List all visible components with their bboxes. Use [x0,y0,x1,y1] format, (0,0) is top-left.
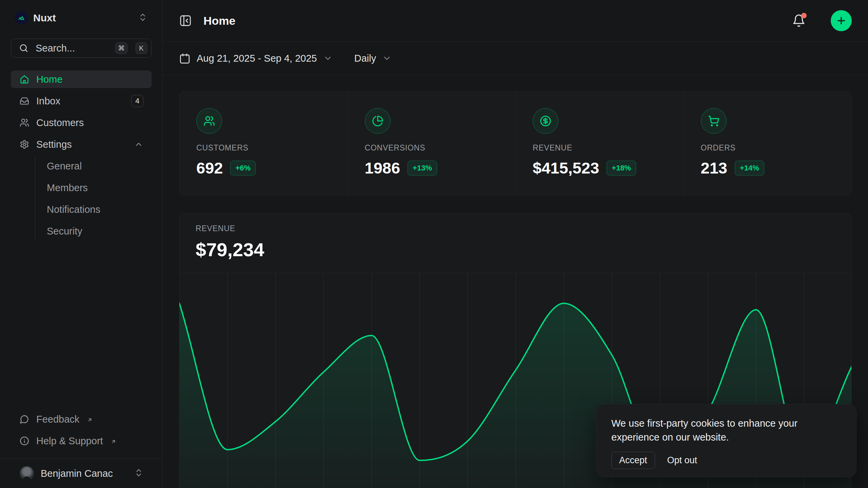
user-name: Benjamin Canac [41,468,127,479]
granularity-label: Daily [354,53,376,64]
search-placeholder: Search... [36,43,107,54]
users-icon [196,108,222,134]
stat-delta-badge: +14% [735,161,764,176]
calendar-icon [179,53,191,64]
sidebar-collapse-icon[interactable] [179,14,192,27]
sidebar-item-label: Home [36,74,62,85]
stat-label: CONVERSIONS [365,143,499,152]
granularity-select[interactable]: Daily [354,53,392,64]
stat-label: ORDERS [701,143,835,152]
revenue-chart-label: REVENUE [196,224,835,233]
help-support-label: Help & Support [36,435,103,447]
sidebar-item-label: Customers [36,117,84,128]
kbd-cmd: ⌘ [115,42,127,54]
sidebar-item-customers[interactable]: Customers [11,114,152,131]
stat-value: 692 [196,159,223,177]
stat-delta-badge: +18% [607,161,636,176]
info-circle-icon [20,436,29,446]
sidebar-footer-links: Feedback Help & Support [11,410,152,454]
notifications-bell-icon[interactable] [792,14,806,27]
external-link-icon [87,414,93,425]
shopping-cart-icon [701,108,727,134]
sidebar-item-label: Inbox [36,96,124,107]
team-name: Nuxt [33,12,133,24]
add-button[interactable] [831,10,852,31]
help-support-link[interactable]: Help & Support [11,432,152,450]
feedback-link[interactable]: Feedback [11,410,152,428]
sidebar-item-notifications[interactable]: Notifications [47,201,152,218]
sidebar-item-inbox[interactable]: Inbox 4 [11,92,152,110]
gear-icon [20,140,29,149]
settings-subnav: General Members Notifications Security [35,157,152,240]
chevron-down-icon [382,54,392,63]
cookie-actions: Accept Opt out [611,452,841,469]
sidebar-item-general[interactable]: General [47,157,152,175]
stat-orders: ORDERS 213 +14% [684,92,852,195]
stat-conversions: CONVERSIONS 1986 +13% [348,92,516,195]
nuxt-logo-icon [15,12,28,24]
date-range-picker[interactable]: Aug 21, 2025 - Sep 4, 2025 [179,53,333,64]
accept-cookies-button[interactable]: Accept [611,452,655,469]
sidebar-item-label: Security [47,226,82,237]
avatar [20,466,34,481]
top-header: Home [163,0,868,42]
chevrons-up-down-icon [134,468,143,479]
page-title: Home [203,14,781,27]
revenue-chart-header: REVENUE $79,234 [179,214,851,261]
stats-row: CUSTOMERS 692 +6% CONVERSIONS 1986 +13% [179,92,852,196]
stat-value: 1986 [365,159,400,177]
kbd-k: K [136,42,147,54]
user-menu[interactable]: Benjamin Canac [0,459,162,488]
team-selector[interactable]: Nuxt [11,9,152,27]
chevron-down-icon [323,54,333,63]
chevron-up-icon [134,140,143,149]
search-icon [19,43,29,53]
sidebar: Nuxt Search... ⌘ K Home [0,0,163,488]
revenue-chart-value: $79,234 [196,239,835,261]
circle-dollar-icon [533,108,558,134]
stat-value: 213 [701,159,727,177]
stat-delta-badge: +6% [230,161,256,176]
cookie-message: We use first-party cookies to enhance yo… [611,416,825,444]
home-icon [20,75,29,84]
app-root: Nuxt Search... ⌘ K Home [0,0,868,488]
sidebar-item-settings[interactable]: Settings [11,136,152,153]
sidebar-item-label: Members [47,182,88,194]
users-icon [20,118,29,127]
optout-cookies-button[interactable]: Opt out [667,452,697,469]
sidebar-nav: Home Inbox 4 Customers Settings [11,70,152,244]
sidebar-item-label: Notifications [47,204,100,215]
message-bubble-icon [20,414,29,424]
stat-customers: CUSTOMERS 692 +6% [179,92,348,195]
sidebar-spacer [0,244,162,410]
sidebar-item-label: Settings [36,139,127,150]
stat-revenue: REVENUE $415,523 +18% [515,92,684,195]
inbox-icon [20,96,29,106]
sidebar-item-security[interactable]: Security [47,222,152,240]
inbox-count-badge: 4 [131,95,143,107]
notification-dot [801,13,807,18]
external-link-icon [111,435,116,447]
stat-value: $415,523 [533,159,599,177]
search-input[interactable]: Search... ⌘ K [11,39,152,58]
sidebar-item-members[interactable]: Members [47,179,152,197]
filter-bar: Aug 21, 2025 - Sep 4, 2025 Daily [163,42,868,75]
chevrons-up-down-icon [138,13,147,23]
sidebar-item-label: General [47,161,82,172]
date-range-label: Aug 21, 2025 - Sep 4, 2025 [197,53,317,64]
stat-delta-badge: +13% [408,161,437,176]
pie-chart-icon [365,108,391,134]
stat-label: CUSTOMERS [196,143,331,152]
stat-label: REVENUE [533,143,667,152]
sidebar-item-home[interactable]: Home [11,70,152,88]
cookie-banner: We use first-party cookies to enhance yo… [596,404,856,477]
feedback-label: Feedback [36,414,79,425]
